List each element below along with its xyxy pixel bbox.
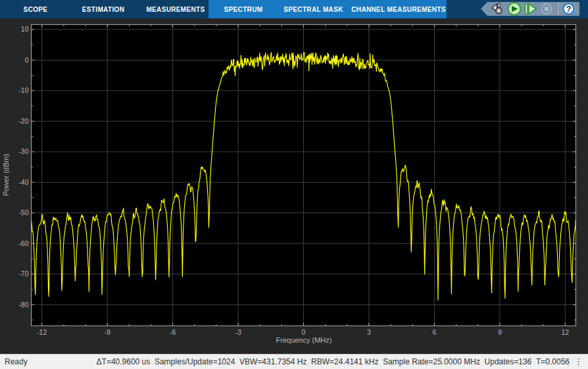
svg-text:-70: -70 [18, 270, 28, 278]
svg-text:0: 0 [302, 328, 306, 336]
svg-text:-80: -80 [18, 301, 28, 308]
svg-text:-50: -50 [18, 209, 28, 216]
svg-text:-12: -12 [37, 328, 47, 336]
svg-text:-30: -30 [18, 147, 28, 155]
svg-text:-40: -40 [18, 178, 28, 186]
svg-text:6: 6 [432, 328, 436, 336]
svg-text:3: 3 [367, 328, 371, 336]
svg-text:-9: -9 [105, 328, 110, 336]
svg-text:-10: -10 [18, 86, 28, 94]
svg-text:-6: -6 [170, 328, 176, 336]
svg-text:-60: -60 [18, 239, 28, 247]
svg-text:9: 9 [498, 328, 502, 336]
svg-text:0: 0 [25, 56, 29, 64]
svg-text:?: ? [566, 5, 572, 14]
svg-text:Frequency (MHz): Frequency (MHz) [276, 336, 332, 344]
svg-text:10: 10 [21, 25, 29, 33]
svg-text:12: 12 [561, 328, 569, 336]
svg-text:-20: -20 [18, 117, 28, 125]
svg-text:Power (dBm): Power (dBm) [2, 154, 10, 196]
svg-text:-3: -3 [235, 328, 241, 336]
